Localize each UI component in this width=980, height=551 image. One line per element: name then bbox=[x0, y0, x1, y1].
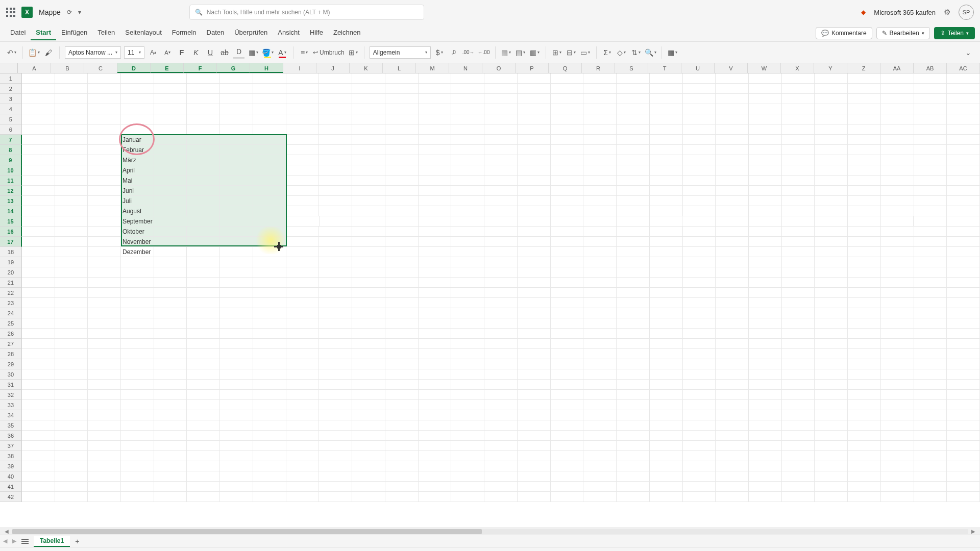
column-header[interactable]: L bbox=[383, 63, 416, 73]
cell[interactable] bbox=[716, 451, 749, 461]
cell[interactable] bbox=[551, 206, 584, 216]
cell[interactable] bbox=[650, 114, 683, 124]
cell[interactable] bbox=[617, 186, 650, 196]
cell[interactable] bbox=[319, 247, 352, 257]
cell[interactable] bbox=[848, 349, 881, 359]
cell[interactable] bbox=[617, 410, 650, 420]
cell[interactable] bbox=[947, 196, 980, 206]
cell[interactable] bbox=[551, 114, 584, 124]
cell[interactable] bbox=[947, 84, 980, 94]
cell[interactable] bbox=[484, 206, 518, 216]
cell[interactable] bbox=[451, 216, 484, 227]
cell[interactable] bbox=[848, 400, 881, 410]
cell[interactable] bbox=[551, 420, 584, 431]
cell[interactable] bbox=[319, 186, 352, 196]
cell[interactable] bbox=[187, 482, 220, 492]
cell[interactable] bbox=[22, 471, 55, 482]
cell[interactable] bbox=[815, 237, 848, 247]
cell[interactable] bbox=[286, 482, 320, 492]
cell[interactable] bbox=[451, 227, 484, 237]
cell[interactable] bbox=[154, 369, 187, 380]
cell[interactable] bbox=[782, 441, 815, 451]
cell[interactable] bbox=[286, 237, 320, 247]
cell[interactable] bbox=[319, 94, 352, 104]
row-header[interactable]: 3 bbox=[0, 94, 22, 104]
cell[interactable] bbox=[583, 165, 617, 176]
cell[interactable] bbox=[352, 124, 385, 135]
cell[interactable] bbox=[187, 155, 220, 165]
cell[interactable] bbox=[419, 431, 452, 441]
cell[interactable] bbox=[187, 94, 220, 104]
cell[interactable] bbox=[187, 267, 220, 278]
cell[interactable] bbox=[154, 267, 187, 278]
scroll-thumb[interactable] bbox=[12, 529, 482, 534]
cell[interactable] bbox=[121, 298, 154, 308]
cell[interactable] bbox=[914, 288, 947, 298]
cell[interactable] bbox=[419, 155, 452, 165]
cell[interactable] bbox=[154, 339, 187, 349]
cell[interactable] bbox=[617, 176, 650, 186]
add-sheet-button[interactable]: + bbox=[75, 537, 79, 545]
cell[interactable] bbox=[683, 196, 716, 206]
cell[interactable] bbox=[88, 104, 121, 114]
cell[interactable] bbox=[650, 308, 683, 318]
cell[interactable] bbox=[319, 451, 352, 461]
cell[interactable] bbox=[583, 104, 617, 114]
column-header[interactable]: R bbox=[582, 63, 615, 73]
cell[interactable] bbox=[187, 461, 220, 471]
cell[interactable] bbox=[121, 380, 154, 390]
cell[interactable] bbox=[848, 451, 881, 461]
cell[interactable] bbox=[683, 471, 716, 482]
cell[interactable] bbox=[22, 257, 55, 267]
cell[interactable] bbox=[419, 420, 452, 431]
cell[interactable] bbox=[881, 410, 914, 420]
cell[interactable] bbox=[154, 390, 187, 400]
sheet-tab[interactable]: Tabelle1 bbox=[34, 536, 70, 547]
cell[interactable] bbox=[121, 441, 154, 451]
cell[interactable] bbox=[683, 73, 716, 84]
cell[interactable] bbox=[617, 349, 650, 359]
decrease-decimal-button[interactable]: ←.00 bbox=[478, 46, 490, 59]
scroll-left-icon[interactable]: ◀ bbox=[3, 529, 10, 534]
cell[interactable] bbox=[253, 420, 286, 431]
cell[interactable] bbox=[749, 339, 782, 349]
cell[interactable] bbox=[583, 339, 617, 349]
clear-button[interactable]: ◇ bbox=[616, 46, 627, 59]
cell[interactable] bbox=[22, 73, 55, 84]
cell[interactable] bbox=[253, 114, 286, 124]
cell[interactable] bbox=[947, 339, 980, 349]
cell[interactable] bbox=[914, 247, 947, 257]
cell[interactable] bbox=[583, 410, 617, 420]
cell[interactable] bbox=[484, 216, 518, 227]
cell[interactable] bbox=[385, 482, 419, 492]
cell[interactable] bbox=[650, 216, 683, 227]
cell[interactable] bbox=[749, 471, 782, 482]
cell[interactable] bbox=[319, 369, 352, 380]
cell[interactable] bbox=[220, 94, 253, 104]
cell[interactable] bbox=[419, 482, 452, 492]
cell[interactable] bbox=[352, 492, 385, 502]
cell[interactable] bbox=[55, 206, 88, 216]
cell[interactable] bbox=[55, 471, 88, 482]
cell[interactable] bbox=[121, 461, 154, 471]
cell[interactable] bbox=[749, 431, 782, 441]
cell[interactable] bbox=[551, 94, 584, 104]
sort-filter-button[interactable]: ⇅ bbox=[630, 46, 642, 59]
cell[interactable] bbox=[253, 196, 286, 206]
column-header[interactable]: P bbox=[516, 63, 549, 73]
cell[interactable] bbox=[484, 318, 518, 329]
cell[interactable] bbox=[848, 135, 881, 145]
cell[interactable] bbox=[914, 298, 947, 308]
cell[interactable] bbox=[319, 145, 352, 155]
cell[interactable] bbox=[848, 247, 881, 257]
cell[interactable] bbox=[716, 298, 749, 308]
cell[interactable] bbox=[22, 369, 55, 380]
cell[interactable] bbox=[385, 492, 419, 502]
column-header[interactable]: AC bbox=[947, 63, 980, 73]
cell[interactable] bbox=[121, 349, 154, 359]
cell[interactable] bbox=[551, 471, 584, 482]
cell[interactable] bbox=[716, 124, 749, 135]
cell[interactable] bbox=[419, 278, 452, 288]
cell[interactable] bbox=[716, 135, 749, 145]
cell[interactable] bbox=[583, 227, 617, 237]
